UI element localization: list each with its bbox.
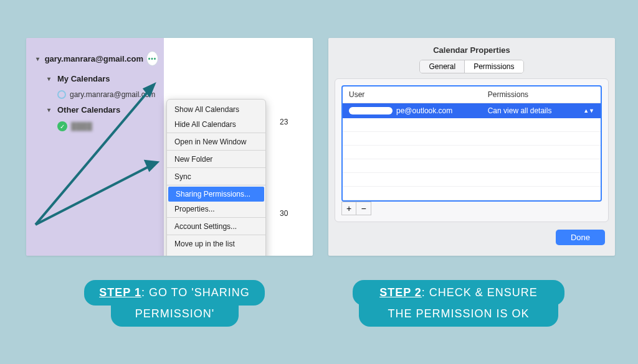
table-row <box>343 173 601 187</box>
permissions-table: User Permissions pe@outlook.com Can view… <box>341 85 602 202</box>
my-calendars-group[interactable]: ▾ My Calendars <box>32 72 158 88</box>
step-number: STEP 2 <box>379 286 422 299</box>
table-row[interactable]: pe@outlook.com Can view all details ▲▼ <box>343 103 601 118</box>
menu-item-hide-all[interactable]: Hide All Calendars <box>167 117 265 133</box>
step-text: : CHECK & ENSURE <box>422 286 538 299</box>
table-row <box>343 146 601 159</box>
calendar-color-icon <box>57 90 66 99</box>
chevron-down-icon: ▾ <box>36 55 41 62</box>
calendar-sidebar: ▾ gary.manrara@gmail.com ••• ▾ My Calend… <box>26 38 164 135</box>
table-row <box>343 132 601 146</box>
step-text: : GO TO 'SHARING <box>141 286 250 299</box>
permission-cell: Can view all details <box>488 106 552 115</box>
done-button[interactable]: Done <box>556 230 605 245</box>
calendar-label: ████ <box>71 122 92 131</box>
table-row <box>343 118 601 132</box>
remove-user-button[interactable]: − <box>356 202 371 215</box>
table-row <box>343 159 601 173</box>
step2-caption-line2: THE PERMISSION IS OK <box>359 301 558 327</box>
menu-item-properties[interactable]: Properties... <box>167 202 265 218</box>
menu-item-open-new[interactable]: Open in New Window <box>167 134 265 151</box>
dialog-title: Calendar Properties <box>328 38 615 60</box>
redacted-pill <box>349 107 393 114</box>
step1-screenshot: ▾ gary.manrara@gmail.com ••• ▾ My Calend… <box>26 38 313 256</box>
chevron-down-icon: ▾ <box>47 75 54 82</box>
updown-icon[interactable]: ▲▼ <box>583 108 594 114</box>
header-user: User <box>349 90 488 99</box>
table-row <box>343 187 601 200</box>
tab-permissions[interactable]: Permissions <box>464 60 523 73</box>
permissions-card: User Permissions pe@outlook.com Can view… <box>335 78 609 222</box>
calendar-label: gary.manrara@gmail.com <box>70 90 155 99</box>
tab-switcher: General Permissions <box>328 60 615 73</box>
account-label: gary.manrara@gmail.com <box>45 54 143 63</box>
calendar-item[interactable]: ✓ ████ <box>32 119 158 135</box>
step2-screenshot: Calendar Properties General Permissions … <box>328 38 615 256</box>
step-text: THE PERMISSION IS OK <box>388 307 529 320</box>
other-calendars-group[interactable]: ▾ Other Calendars <box>32 103 158 119</box>
menu-item-new-folder[interactable]: New Folder <box>167 152 265 168</box>
group-label: My Calendars <box>57 74 110 83</box>
user-cell: pe@outlook.com <box>396 106 452 115</box>
check-icon: ✓ <box>57 121 67 131</box>
calendar-day-number: 23 <box>280 118 288 126</box>
add-remove-buttons: + − <box>341 202 602 215</box>
more-options-button[interactable]: ••• <box>147 52 158 65</box>
tab-general[interactable]: General <box>420 60 464 73</box>
svg-line-2 <box>36 162 157 225</box>
svg-marker-3 <box>146 161 157 170</box>
menu-item-sync[interactable]: Sync <box>167 169 265 185</box>
calendar-day-number: 30 <box>280 209 288 218</box>
table-header: User Permissions <box>343 86 601 103</box>
context-menu: Show All Calendars Hide All Calendars Op… <box>166 99 266 256</box>
calendar-item[interactable]: gary.manrara@gmail.com <box>32 88 158 103</box>
header-permissions: Permissions <box>488 90 594 99</box>
menu-item-sharing-permissions[interactable]: Sharing Permissions... <box>168 187 264 202</box>
menu-item-account-settings[interactable]: Account Settings... <box>167 219 265 235</box>
add-user-button[interactable]: + <box>341 202 356 215</box>
step1-caption-line2: PERMISSION' <box>111 301 239 327</box>
menu-item-move-up[interactable]: Move up in the list <box>167 236 265 251</box>
menu-item-show-all[interactable]: Show All Calendars <box>167 102 265 117</box>
step-number: STEP 1 <box>99 286 141 299</box>
menu-item-move-down: Move down in the list <box>167 251 265 256</box>
group-label: Other Calendars <box>57 105 120 114</box>
chevron-down-icon: ▾ <box>47 106 54 113</box>
step-text: PERMISSION' <box>135 307 214 320</box>
account-row[interactable]: ▾ gary.manrara@gmail.com ••• <box>32 49 158 72</box>
